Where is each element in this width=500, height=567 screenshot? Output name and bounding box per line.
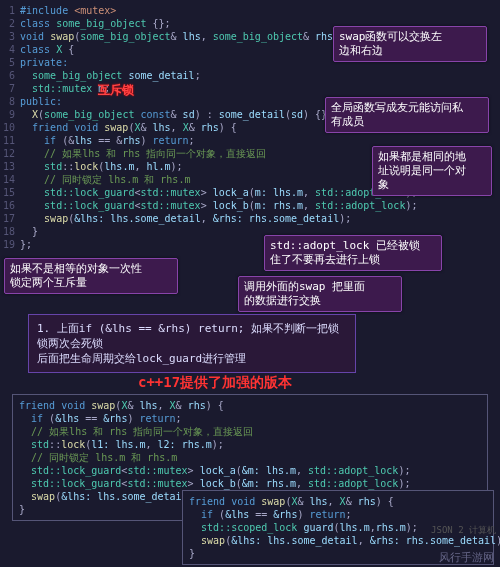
code-content: // 同时锁定 lhs.m 和 rhs.m [19, 451, 481, 464]
line-number: 9 [0, 108, 20, 121]
callout-swap-inner: 调用外面的swap 把里面 的数据进行交换 [238, 276, 402, 312]
line-number: 10 [0, 121, 20, 134]
line-number: 2 [0, 17, 20, 30]
callout-adopt-lock: std::adopt_lock 已经被锁 住了不要再去进行上锁 [264, 235, 442, 271]
code-line[interactable]: 1#include <mutex> [0, 4, 500, 17]
callout-same-address: 如果都是相同的地 址说明是同一个对 象 [372, 146, 492, 196]
line-number: 16 [0, 199, 20, 212]
callout-swap-exchange: swap函数可以交换左 边和右边 [333, 26, 487, 62]
code-content[interactable]: swap(&lhs: lhs.some_detail, &rhs: rhs.so… [20, 212, 500, 225]
code-line[interactable]: 16 std::lock_guard<std::mutex> lock_b(m:… [0, 199, 500, 212]
line-number: 5 [0, 56, 20, 69]
callout-friend-access: 全局函数写成友元能访问私 有成员 [325, 97, 489, 133]
code-content[interactable]: #include <mutex> [20, 4, 500, 17]
line-number: 3 [0, 30, 20, 43]
csdn-mark: JSON 2 计算机 [431, 524, 496, 537]
line-number: 11 [0, 134, 20, 147]
line-number: 14 [0, 173, 20, 186]
line-number: 12 [0, 147, 20, 160]
code-content: // 如果lhs 和 rhs 指向同一个对象，直接返回 [19, 425, 481, 438]
section-title-cpp17: c++17提供了加强的版本 [138, 374, 292, 392]
note-deadlock: 1. 上面if (&lhs == &rhs) return; 如果不判断一把锁 … [28, 314, 356, 373]
line-number: 4 [0, 43, 20, 56]
line-number: 1 [0, 4, 20, 17]
code-content: std::lock_guard<std::mutex> lock_b(&m: r… [19, 477, 481, 490]
code-content: if (&lhs == &rhs) return; [189, 508, 487, 521]
line-number: 8 [0, 95, 20, 108]
code-line[interactable]: 6 some_big_object some_detail; [0, 69, 500, 82]
line-number: 6 [0, 69, 20, 82]
annotation-mutex: 互斥锁 [98, 82, 134, 99]
line-number: 15 [0, 186, 20, 199]
line-number: 17 [0, 212, 20, 225]
code-line[interactable]: 17 swap(&lhs: lhs.some_detail, &rhs: rhs… [0, 212, 500, 225]
line-number: 18 [0, 225, 20, 238]
code-line[interactable]: 7 std::mutex m; [0, 82, 500, 95]
watermark: 风行手游网 [439, 550, 494, 565]
code-content: std::lock_guard<std::mutex> lock_a(&m: l… [19, 464, 481, 477]
code-content: std::lock(l1: lhs.m, l2: rhs.m); [19, 438, 481, 451]
line-number: 13 [0, 160, 20, 173]
code-content: if (&lhs == &rhs) return; [19, 412, 481, 425]
code-content: friend void swap(X& lhs, X& rhs) { [189, 495, 487, 508]
code-content[interactable]: std::lock_guard<std::mutex> lock_b(m: rh… [20, 199, 500, 212]
code-content[interactable]: std::mutex m; [20, 82, 500, 95]
code-content: friend void swap(X& lhs, X& rhs) { [19, 399, 481, 412]
line-number: 7 [0, 82, 20, 95]
line-number: 19 [0, 238, 20, 251]
callout-lock-two: 如果不是相等的对象一次性 锁定两个互斥量 [4, 258, 178, 294]
code-content[interactable]: some_big_object some_detail; [20, 69, 500, 82]
